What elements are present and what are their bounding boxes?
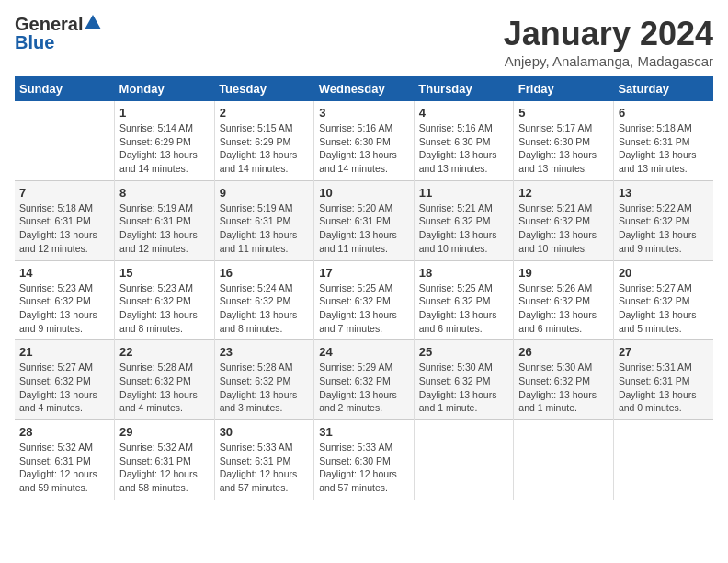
header-row: Sunday Monday Tuesday Wednesday Thursday…: [15, 76, 713, 101]
day-detail: Sunrise: 5:22 AM Sunset: 6:32 PM Dayligh…: [619, 201, 709, 256]
day-number: 19: [518, 266, 609, 280]
calendar-cell: 24Sunrise: 5:29 AM Sunset: 6:32 PM Dayli…: [314, 340, 415, 420]
calendar-cell: [15, 101, 115, 180]
day-number: 18: [419, 266, 509, 280]
calendar-cell: 30Sunrise: 5:33 AM Sunset: 6:31 PM Dayli…: [214, 420, 314, 500]
day-detail: Sunrise: 5:33 AM Sunset: 6:30 PM Dayligh…: [319, 441, 409, 495]
day-number: 22: [119, 345, 210, 359]
day-number: 11: [419, 186, 509, 200]
day-detail: Sunrise: 5:18 AM Sunset: 6:31 PM Dayligh…: [619, 121, 709, 176]
day-number: 1: [119, 106, 210, 120]
col-saturday: Saturday: [613, 76, 713, 101]
calendar-body: 1Sunrise: 5:14 AM Sunset: 6:29 PM Daylig…: [15, 101, 713, 500]
calendar-cell: 29Sunrise: 5:32 AM Sunset: 6:31 PM Dayli…: [115, 420, 215, 500]
day-number: 24: [319, 345, 409, 359]
logo: General Blue: [15, 15, 101, 52]
calendar-header: Sunday Monday Tuesday Wednesday Thursday…: [15, 76, 713, 101]
day-number: 13: [619, 186, 709, 200]
day-detail: Sunrise: 5:20 AM Sunset: 6:31 PM Dayligh…: [319, 201, 409, 256]
day-number: 16: [220, 266, 310, 280]
day-detail: Sunrise: 5:28 AM Sunset: 6:32 PM Dayligh…: [220, 361, 310, 415]
day-detail: Sunrise: 5:31 AM Sunset: 6:31 PM Dayligh…: [619, 361, 709, 415]
calendar-cell: 4Sunrise: 5:16 AM Sunset: 6:30 PM Daylig…: [414, 101, 514, 180]
calendar-cell: 14Sunrise: 5:23 AM Sunset: 6:32 PM Dayli…: [15, 260, 115, 340]
day-detail: Sunrise: 5:29 AM Sunset: 6:32 PM Dayligh…: [319, 361, 409, 415]
day-detail: Sunrise: 5:25 AM Sunset: 6:32 PM Dayligh…: [419, 282, 509, 336]
col-sunday: Sunday: [15, 76, 115, 101]
calendar-cell: 26Sunrise: 5:30 AM Sunset: 6:32 PM Dayli…: [514, 340, 614, 420]
day-number: 26: [518, 345, 609, 359]
calendar-week-row: 14Sunrise: 5:23 AM Sunset: 6:32 PM Dayli…: [15, 260, 713, 340]
day-detail: Sunrise: 5:32 AM Sunset: 6:31 PM Dayligh…: [119, 441, 210, 495]
calendar-cell: 5Sunrise: 5:17 AM Sunset: 6:30 PM Daylig…: [514, 101, 614, 180]
calendar-week-row: 21Sunrise: 5:27 AM Sunset: 6:32 PM Dayli…: [15, 340, 713, 420]
day-number: 15: [119, 266, 210, 280]
calendar-subtitle: Anjepy, Analamanga, Madagascar: [504, 53, 713, 69]
calendar-cell: 1Sunrise: 5:14 AM Sunset: 6:29 PM Daylig…: [115, 101, 215, 180]
day-number: 17: [319, 266, 409, 280]
calendar-cell: 28Sunrise: 5:32 AM Sunset: 6:31 PM Dayli…: [15, 420, 115, 500]
col-thursday: Thursday: [414, 76, 514, 101]
day-number: 20: [619, 266, 709, 280]
calendar-cell: 18Sunrise: 5:25 AM Sunset: 6:32 PM Dayli…: [414, 260, 514, 340]
day-number: 5: [518, 106, 609, 120]
logo-general-text: General: [15, 15, 83, 33]
day-detail: Sunrise: 5:27 AM Sunset: 6:32 PM Dayligh…: [619, 282, 709, 336]
calendar-cell: 19Sunrise: 5:26 AM Sunset: 6:32 PM Dayli…: [514, 260, 614, 340]
day-detail: Sunrise: 5:23 AM Sunset: 6:32 PM Dayligh…: [119, 282, 210, 336]
day-detail: Sunrise: 5:16 AM Sunset: 6:30 PM Dayligh…: [419, 121, 509, 176]
day-number: 12: [518, 186, 609, 200]
logo-blue-text: Blue: [15, 33, 54, 52]
calendar-cell: [613, 420, 713, 500]
calendar-cell: 7Sunrise: 5:18 AM Sunset: 6:31 PM Daylig…: [15, 180, 115, 260]
day-number: 25: [419, 345, 509, 359]
day-detail: Sunrise: 5:14 AM Sunset: 6:29 PM Dayligh…: [119, 121, 210, 176]
calendar-title: January 2024: [504, 15, 713, 53]
calendar-cell: 16Sunrise: 5:24 AM Sunset: 6:32 PM Dayli…: [214, 260, 314, 340]
day-detail: Sunrise: 5:15 AM Sunset: 6:29 PM Dayligh…: [220, 121, 310, 176]
calendar-cell: 12Sunrise: 5:21 AM Sunset: 6:32 PM Dayli…: [514, 180, 614, 260]
calendar-week-row: 7Sunrise: 5:18 AM Sunset: 6:31 PM Daylig…: [15, 180, 713, 260]
day-number: 10: [319, 186, 409, 200]
col-friday: Friday: [514, 76, 614, 101]
calendar-cell: [514, 420, 614, 500]
svg-marker-0: [85, 15, 101, 29]
day-number: 28: [19, 425, 109, 439]
calendar-cell: 31Sunrise: 5:33 AM Sunset: 6:30 PM Dayli…: [314, 420, 415, 500]
day-number: 21: [19, 345, 109, 359]
day-detail: Sunrise: 5:24 AM Sunset: 6:32 PM Dayligh…: [220, 282, 310, 336]
calendar-cell: 2Sunrise: 5:15 AM Sunset: 6:29 PM Daylig…: [214, 101, 314, 180]
calendar-cell: 23Sunrise: 5:28 AM Sunset: 6:32 PM Dayli…: [214, 340, 314, 420]
col-monday: Monday: [115, 76, 215, 101]
calendar-cell: [414, 420, 514, 500]
title-section: January 2024 Anjepy, Analamanga, Madagas…: [504, 15, 713, 69]
calendar-cell: 25Sunrise: 5:30 AM Sunset: 6:32 PM Dayli…: [414, 340, 514, 420]
calendar-week-row: 1Sunrise: 5:14 AM Sunset: 6:29 PM Daylig…: [15, 101, 713, 180]
day-number: 29: [119, 425, 210, 439]
calendar-cell: 9Sunrise: 5:19 AM Sunset: 6:31 PM Daylig…: [214, 180, 314, 260]
calendar-cell: 3Sunrise: 5:16 AM Sunset: 6:30 PM Daylig…: [314, 101, 415, 180]
day-detail: Sunrise: 5:30 AM Sunset: 6:32 PM Dayligh…: [518, 361, 609, 415]
calendar-cell: 6Sunrise: 5:18 AM Sunset: 6:31 PM Daylig…: [613, 101, 713, 180]
day-detail: Sunrise: 5:19 AM Sunset: 6:31 PM Dayligh…: [220, 201, 310, 256]
calendar-cell: 27Sunrise: 5:31 AM Sunset: 6:31 PM Dayli…: [613, 340, 713, 420]
day-number: 3: [319, 106, 409, 120]
calendar-table: Sunday Monday Tuesday Wednesday Thursday…: [15, 76, 713, 500]
day-number: 8: [119, 186, 210, 200]
calendar-cell: 17Sunrise: 5:25 AM Sunset: 6:32 PM Dayli…: [314, 260, 415, 340]
day-number: 6: [619, 106, 709, 120]
day-detail: Sunrise: 5:23 AM Sunset: 6:32 PM Dayligh…: [19, 282, 109, 336]
day-number: 4: [419, 106, 509, 120]
calendar-week-row: 28Sunrise: 5:32 AM Sunset: 6:31 PM Dayli…: [15, 420, 713, 500]
day-detail: Sunrise: 5:19 AM Sunset: 6:31 PM Dayligh…: [119, 201, 210, 256]
day-detail: Sunrise: 5:32 AM Sunset: 6:31 PM Dayligh…: [19, 441, 109, 495]
day-number: 27: [619, 345, 709, 359]
calendar-cell: 13Sunrise: 5:22 AM Sunset: 6:32 PM Dayli…: [613, 180, 713, 260]
day-detail: Sunrise: 5:25 AM Sunset: 6:32 PM Dayligh…: [319, 282, 409, 336]
calendar-cell: 8Sunrise: 5:19 AM Sunset: 6:31 PM Daylig…: [115, 180, 215, 260]
day-detail: Sunrise: 5:21 AM Sunset: 6:32 PM Dayligh…: [419, 201, 509, 256]
calendar-cell: 11Sunrise: 5:21 AM Sunset: 6:32 PM Dayli…: [414, 180, 514, 260]
col-tuesday: Tuesday: [214, 76, 314, 101]
day-detail: Sunrise: 5:30 AM Sunset: 6:32 PM Dayligh…: [419, 361, 509, 415]
calendar-cell: 22Sunrise: 5:28 AM Sunset: 6:32 PM Dayli…: [115, 340, 215, 420]
